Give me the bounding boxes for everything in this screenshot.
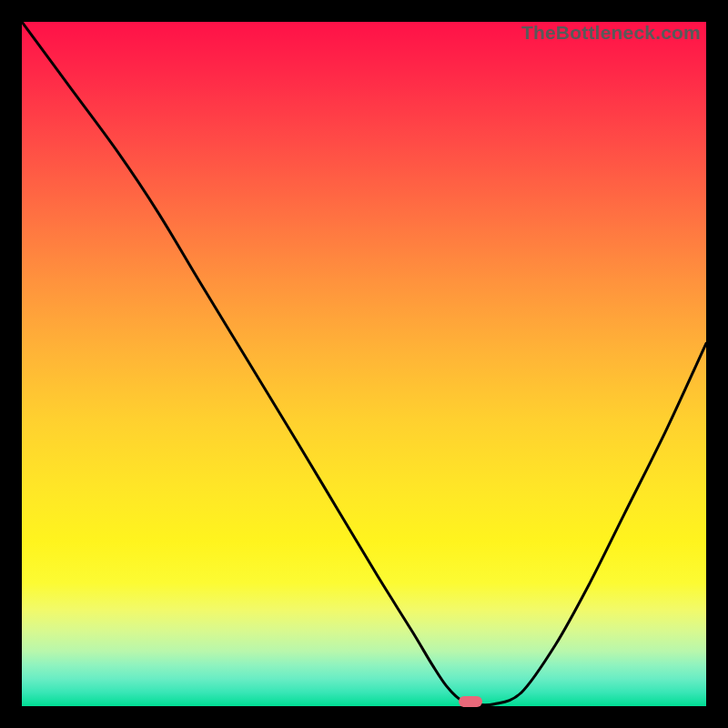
curve-path [22,22,706,705]
chart-frame: TheBottleneck.com [0,0,728,728]
optimal-point-marker [459,696,482,707]
plot-area: TheBottleneck.com [22,22,706,706]
bottleneck-curve [22,22,706,706]
